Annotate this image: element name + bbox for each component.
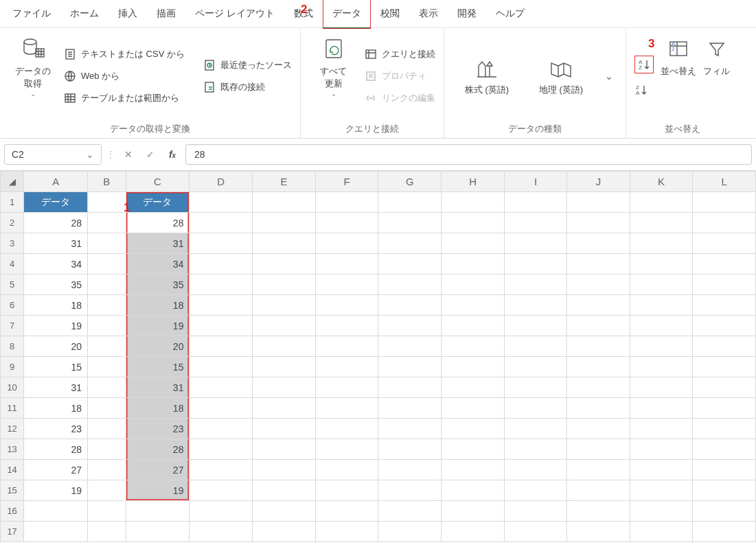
cell-D9[interactable] bbox=[190, 357, 253, 377]
select-all[interactable]: ◢ bbox=[1, 172, 24, 192]
cell-L15[interactable] bbox=[693, 480, 756, 501]
cell-C13[interactable]: 28 bbox=[126, 439, 190, 460]
cell-F9[interactable] bbox=[315, 357, 378, 377]
menu-item-0[interactable]: ファイル bbox=[3, 0, 60, 28]
cell-B9[interactable] bbox=[88, 357, 126, 377]
cell-C10[interactable]: 31 bbox=[126, 377, 190, 398]
cell-K14[interactable] bbox=[630, 460, 693, 480]
row-header-9[interactable]: 9 bbox=[1, 357, 24, 377]
cell-H7[interactable] bbox=[442, 316, 505, 336]
cell-C1[interactable]: データ bbox=[126, 192, 190, 213]
cell-D12[interactable] bbox=[190, 419, 253, 439]
col-header-K[interactable]: K bbox=[630, 172, 693, 192]
cell-H6[interactable] bbox=[442, 295, 505, 316]
cell-J13[interactable] bbox=[567, 439, 630, 460]
cell-C9[interactable]: 15 bbox=[126, 357, 190, 377]
name-box[interactable]: C2 ⌄ bbox=[4, 144, 102, 165]
cell-G7[interactable] bbox=[378, 316, 442, 336]
cell-D7[interactable] bbox=[190, 316, 253, 336]
cell-H3[interactable] bbox=[442, 233, 505, 254]
cell-L11[interactable] bbox=[693, 398, 756, 419]
get-data-button[interactable]: データの 取得 ⌄ bbox=[8, 34, 58, 119]
cell-B8[interactable] bbox=[88, 336, 126, 357]
col-header-G[interactable]: G bbox=[378, 172, 442, 192]
cell-B14[interactable] bbox=[88, 460, 126, 480]
cell-A5[interactable]: 35 bbox=[24, 274, 88, 295]
cell-G10[interactable] bbox=[378, 377, 442, 398]
cell-B1[interactable] bbox=[88, 192, 126, 213]
cell-B12[interactable] bbox=[88, 419, 126, 439]
cell-E4[interactable] bbox=[253, 254, 316, 274]
cell-C16[interactable] bbox=[126, 501, 190, 522]
row-header-4[interactable]: 4 bbox=[1, 254, 24, 274]
cell-K16[interactable] bbox=[630, 501, 693, 522]
cell-E7[interactable] bbox=[253, 316, 316, 336]
cell-G9[interactable] bbox=[378, 357, 442, 377]
cell-A13[interactable]: 28 bbox=[24, 439, 88, 460]
cell-C4[interactable]: 34 bbox=[126, 254, 190, 274]
cell-A8[interactable]: 20 bbox=[24, 336, 88, 357]
row-header-3[interactable]: 3 bbox=[1, 233, 24, 254]
cell-A15[interactable]: 19 bbox=[24, 480, 88, 501]
cell-C11[interactable]: 18 bbox=[126, 398, 190, 419]
cell-E17[interactable] bbox=[253, 522, 316, 542]
cell-L1[interactable] bbox=[693, 192, 756, 213]
cancel-icon[interactable]: ✕ bbox=[119, 149, 137, 160]
cell-J2[interactable] bbox=[567, 213, 630, 233]
cell-C3[interactable]: 31 bbox=[126, 233, 190, 254]
cell-F10[interactable] bbox=[315, 377, 378, 398]
menu-item-7[interactable]: 校閲 bbox=[371, 0, 409, 28]
cell-F14[interactable] bbox=[315, 460, 378, 480]
cell-I2[interactable] bbox=[504, 213, 566, 233]
menu-item-9[interactable]: 開発 bbox=[448, 0, 486, 28]
cell-E15[interactable] bbox=[253, 480, 316, 501]
cell-D15[interactable] bbox=[190, 480, 253, 501]
refresh-all-button[interactable]: すべて 更新 ⌄ bbox=[309, 34, 358, 119]
cell-B15[interactable] bbox=[88, 480, 126, 501]
cell-K5[interactable] bbox=[630, 274, 693, 295]
cell-K3[interactable] bbox=[630, 233, 693, 254]
cell-G11[interactable] bbox=[378, 398, 442, 419]
cell-F3[interactable] bbox=[315, 233, 378, 254]
import-option2[interactable]: 最近使ったソース bbox=[203, 58, 292, 72]
cell-F1[interactable] bbox=[315, 192, 378, 213]
cell-I11[interactable] bbox=[504, 398, 566, 419]
cell-L16[interactable] bbox=[693, 501, 756, 522]
cell-H17[interactable] bbox=[442, 522, 505, 542]
cell-F17[interactable] bbox=[315, 522, 378, 542]
cell-I8[interactable] bbox=[504, 336, 566, 357]
cell-B6[interactable] bbox=[88, 295, 126, 316]
cell-I5[interactable] bbox=[504, 274, 566, 295]
cell-K6[interactable] bbox=[630, 295, 693, 316]
cell-I4[interactable] bbox=[504, 254, 566, 274]
cell-D5[interactable] bbox=[190, 274, 253, 295]
cell-J6[interactable] bbox=[567, 295, 630, 316]
cell-L3[interactable] bbox=[693, 233, 756, 254]
cell-B10[interactable] bbox=[88, 377, 126, 398]
row-header-16[interactable]: 16 bbox=[1, 501, 24, 522]
import-option[interactable]: Web から bbox=[63, 69, 185, 83]
row-header-12[interactable]: 12 bbox=[1, 419, 24, 439]
cell-H5[interactable] bbox=[442, 274, 505, 295]
cell-E12[interactable] bbox=[253, 419, 316, 439]
row-header-7[interactable]: 7 bbox=[1, 316, 24, 336]
cell-F11[interactable] bbox=[315, 398, 378, 419]
col-header-L[interactable]: L bbox=[693, 172, 756, 192]
cell-F13[interactable] bbox=[315, 439, 378, 460]
cell-D16[interactable] bbox=[190, 501, 253, 522]
cell-I7[interactable] bbox=[504, 316, 566, 336]
cell-I3[interactable] bbox=[504, 233, 566, 254]
cell-E14[interactable] bbox=[253, 460, 316, 480]
cell-B16[interactable] bbox=[88, 501, 126, 522]
cell-E5[interactable] bbox=[253, 274, 316, 295]
cell-J8[interactable] bbox=[567, 336, 630, 357]
cell-L6[interactable] bbox=[693, 295, 756, 316]
cell-D11[interactable] bbox=[190, 398, 253, 419]
cell-E8[interactable] bbox=[253, 336, 316, 357]
cell-G1[interactable] bbox=[378, 192, 442, 213]
cell-G16[interactable] bbox=[378, 501, 442, 522]
cell-H1[interactable] bbox=[442, 192, 505, 213]
cell-A2[interactable]: 28 bbox=[24, 213, 88, 233]
query-option[interactable]: クエリと接続 bbox=[364, 47, 435, 61]
cell-K2[interactable] bbox=[630, 213, 693, 233]
